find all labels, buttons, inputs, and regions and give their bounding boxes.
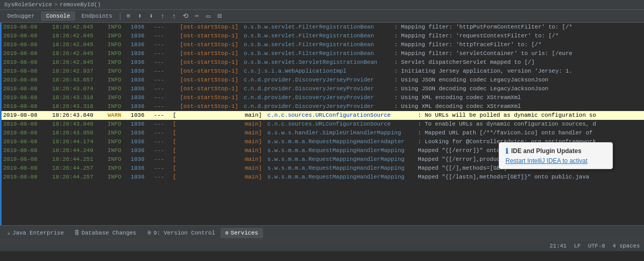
log-class: s.w.s.m.m.a.RequestMappingHandlerAdapter xyxy=(267,138,418,146)
log-level: INFO xyxy=(107,164,127,173)
java-enterprise-label: Java Enterprise xyxy=(12,230,64,236)
breadcrumb-separator: > xyxy=(54,2,58,8)
log-line: 2019-08-08 18:26:43.057 INFO 1036 --- [o… xyxy=(0,76,644,85)
log-class: o.s.b.w.servlet.ServletRegistrationBean xyxy=(244,58,394,67)
log-pid: 1036 xyxy=(131,76,150,85)
scroll-up-icon[interactable]: ⬆ xyxy=(134,11,145,21)
log-msg: : To enable URLs as dynamic configuratio… xyxy=(418,120,596,129)
log-pid: 1036 xyxy=(131,102,150,111)
log-time: 18:26:43.074 xyxy=(52,85,104,93)
log-line: 2019-08-08 18:26:43.318 INFO 1036 --- [o… xyxy=(0,102,644,111)
log-dashes: --- xyxy=(154,164,169,173)
log-time: 18:26:42.845 xyxy=(52,58,104,67)
log-level: INFO xyxy=(107,129,127,138)
log-dashes: --- xyxy=(154,40,169,49)
log-date: 2019-08-08 xyxy=(3,85,49,93)
tab-console[interactable]: Console xyxy=(41,11,75,21)
log-pid: 1036 xyxy=(131,58,150,67)
log-thread: [ main] xyxy=(173,155,264,164)
log-pid: 1036 xyxy=(131,111,150,120)
status-line-ending[interactable]: LF xyxy=(574,243,581,249)
log-pid: 1036 xyxy=(131,49,150,58)
log-level: INFO xyxy=(107,67,127,76)
services-label: Services xyxy=(231,230,258,236)
popup-link[interactable]: Restart IntelliJ IDEA to activat xyxy=(505,157,587,164)
tab-debugger[interactable]: Debugger xyxy=(2,11,40,21)
status-indent[interactable]: 4 spaces xyxy=(612,243,640,249)
log-pid: 1036 xyxy=(131,67,150,76)
jump-down-icon[interactable]: ↑ xyxy=(169,11,179,21)
log-class: c.n.d.provider.DiscoveryJerseyProvider xyxy=(244,85,394,93)
log-area[interactable]: 2019-08-08 18:26:42.845 INFO 1036 --- [o… xyxy=(0,23,644,225)
log-thread: [ost-startStop-1] xyxy=(173,93,240,102)
log-line: 2019-08-08 18:26:43.840 INFO 1036 --- [ … xyxy=(0,120,644,129)
status-time[interactable]: 21:41 xyxy=(550,243,567,249)
log-class: o.s.b.w.servlet.FilterRegistrationBean xyxy=(244,40,394,49)
log-class: s.w.s.m.m.a.RequestMappingHandlerMapping xyxy=(267,155,418,164)
layout-icon[interactable]: ▭ xyxy=(203,11,213,21)
log-pid: 1036 xyxy=(131,129,150,138)
log-level: INFO xyxy=(107,173,127,182)
log-thread: [ main] xyxy=(173,173,264,182)
log-time: 18:26:44.257 xyxy=(52,164,104,173)
log-msg: : Servlet dispatcherServlet mapped to [/… xyxy=(394,58,535,67)
scroll-down-icon[interactable]: ⬇ xyxy=(146,11,156,21)
log-dashes: --- xyxy=(154,32,169,40)
tab-java-enterprise[interactable]: ☕ Java Enterprise xyxy=(2,228,69,238)
log-date: 2019-08-08 xyxy=(3,93,49,102)
scissors-icon[interactable]: ✂ xyxy=(191,11,202,21)
log-pid: 1036 xyxy=(131,146,150,155)
settings-icon[interactable]: ⊟ xyxy=(214,11,225,21)
log-thread: [ main] xyxy=(173,146,264,155)
log-msg: Mapped "{[/],methods=[GET] xyxy=(418,164,507,173)
popup-title-text: IDE and Plugin Updates xyxy=(511,147,581,155)
log-date: 2019-08-08 xyxy=(3,49,49,58)
log-class: o.s.b.w.servlet.FilterRegistrationBean xyxy=(244,32,394,40)
log-date: 2019-08-08 xyxy=(3,76,49,85)
log-date: 2019-08-08 xyxy=(3,129,49,138)
log-class: o.s.w.s.handler.SimpleUrlHandlerMapping xyxy=(267,129,418,138)
log-level: INFO xyxy=(107,85,127,93)
log-date: 2019-08-08 xyxy=(3,138,49,146)
log-date: 2019-08-08 xyxy=(3,23,49,32)
log-time: 18:26:42.845 xyxy=(52,32,104,40)
status-encoding[interactable]: UTF-8 xyxy=(588,243,605,249)
log-dashes: --- xyxy=(154,102,169,111)
menu-icon[interactable]: ≡ xyxy=(123,11,133,21)
log-class: s.w.s.m.m.a.RequestMappingHandlerMapping xyxy=(267,173,418,182)
log-time: 18:26:42.937 xyxy=(52,67,104,76)
jump-up-icon[interactable]: ↑ xyxy=(157,11,168,21)
log-class: c.n.d.provider.DiscoveryJerseyProvider xyxy=(244,93,394,102)
log-msg: : Mapping filter: 'httpPutFormContentFil… xyxy=(394,23,572,32)
log-thread: [ main] xyxy=(173,164,264,173)
database-changes-label: Database Changes xyxy=(81,230,136,236)
tab-database-changes[interactable]: 🗄 Database Changes xyxy=(69,228,142,238)
log-line: 2019-08-08 18:26:42.937 INFO 1036 --- [o… xyxy=(0,67,644,76)
tab-services[interactable]: ⚙ Services xyxy=(221,228,264,238)
log-thread: [ost-startStop-1] xyxy=(173,32,240,40)
log-time: 18:26:42.845 xyxy=(52,23,104,32)
log-date: 2019-08-08 xyxy=(3,32,49,40)
log-class: c.n.d.provider.DiscoveryJerseyProvider xyxy=(244,76,394,85)
log-time: 18:26:44.257 xyxy=(52,173,104,182)
log-level: INFO xyxy=(107,102,127,111)
log-dashes: --- xyxy=(154,67,169,76)
tab-version-control[interactable]: ⑨ 9: Version Control xyxy=(142,228,221,238)
title-bar: SysRoleService > removeById() xyxy=(0,0,644,10)
log-line: 2019-08-08 18:26:43.074 INFO 1036 --- [o… xyxy=(0,85,644,93)
log-dashes: --- xyxy=(154,76,169,85)
log-pid: 1036 xyxy=(131,173,150,182)
log-date: 2019-08-08 xyxy=(3,120,49,129)
refresh-icon[interactable]: ⟲ xyxy=(180,11,190,21)
log-thread: [ main] xyxy=(173,129,264,138)
log-level: INFO xyxy=(107,146,127,155)
log-dashes: --- xyxy=(154,146,169,155)
log-level: INFO xyxy=(107,93,127,102)
log-dashes: --- xyxy=(154,129,169,138)
log-line: 2019-08-08 18:26:43.950 INFO 1036 --- [ … xyxy=(0,129,644,138)
log-date: 2019-08-08 xyxy=(3,58,49,67)
log-time: 18:26:42.845 xyxy=(52,40,104,49)
log-date: 2019-08-08 xyxy=(3,155,49,164)
log-time: 18:26:42.845 xyxy=(52,49,104,58)
tab-endpoints[interactable]: Endpoints xyxy=(76,11,117,21)
